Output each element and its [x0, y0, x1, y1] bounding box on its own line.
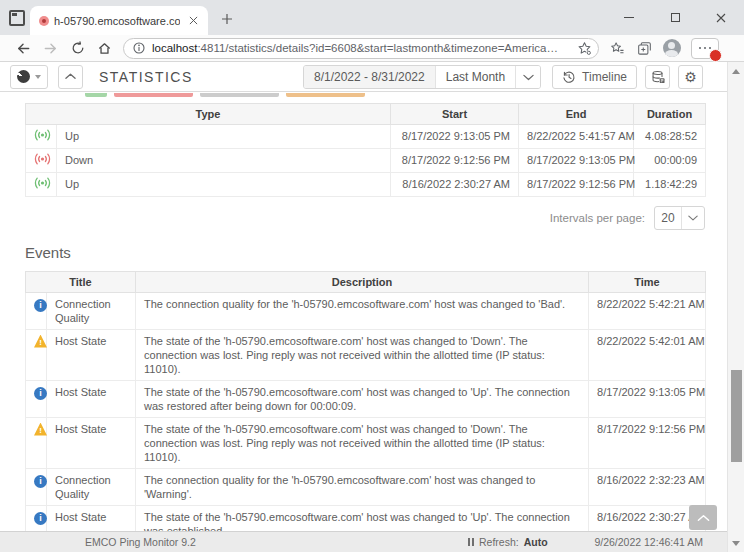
period-select[interactable]: Last Month — [435, 66, 515, 88]
collections-icon[interactable] — [631, 36, 658, 60]
col-start: Start — [391, 104, 519, 125]
interval-row[interactable]: Up 8/17/2022 9:13:05 PM 8/22/2022 5:41:5… — [26, 125, 706, 149]
address-bar[interactable]: localhost:4811/statistics/details?id=660… — [123, 38, 599, 59]
statistics-toolbar: STATISTICS 8/1/2022 - 8/31/2022 Last Mon… — [0, 62, 727, 92]
interval-end: 8/17/2022 9:12:56 PM — [519, 173, 634, 197]
minimize-button[interactable] — [606, 0, 652, 35]
browser-navbar: localhost:4811/statistics/details?id=660… — [0, 35, 744, 62]
summary-strips — [0, 92, 727, 97]
timeline-button[interactable]: Timeline — [552, 65, 637, 89]
intervals-per-page-select[interactable]: 20 — [654, 206, 705, 230]
statistics-content: Type Start End Duration Up 8/17/2022 9:1… — [0, 92, 727, 531]
intervals-table: Type Start End Duration Up 8/17/2022 9:1… — [25, 103, 706, 197]
event-title: Host State — [47, 330, 136, 381]
intervals-per-page-label: Intervals per page: — [550, 212, 645, 224]
tab-close-icon[interactable] — [185, 13, 201, 29]
home-button[interactable] — [91, 36, 118, 60]
status-timestamp: 9/26/2022 12:46:41 AM — [594, 536, 703, 548]
forward-button[interactable] — [37, 36, 64, 60]
chevron-down-icon — [682, 215, 704, 221]
events-table: Title Description Time Connection Qualit… — [25, 271, 706, 531]
summary-strip-down — [114, 93, 193, 97]
navbar-actions — [604, 36, 719, 60]
event-row[interactable]: Connection Quality The connection qualit… — [26, 293, 706, 330]
summary-strip-warning — [286, 93, 365, 97]
date-range-value[interactable]: 8/1/2022 - 8/31/2022 — [304, 66, 435, 88]
intervals-pagination: Intervals per page: 20 — [25, 206, 705, 230]
events-header-row: Title Description Time — [26, 272, 706, 293]
scrollbar-down-arrow[interactable] — [728, 536, 744, 550]
event-row[interactable]: Host State The state of the 'h-05790.emc… — [26, 381, 706, 418]
event-title: Connection Quality — [47, 469, 136, 506]
interval-row[interactable]: Down 8/17/2022 9:12:56 PM 8/17/2022 9:13… — [26, 149, 706, 173]
gear-icon: ⚙ — [684, 70, 697, 84]
more-menu-button[interactable] — [691, 38, 719, 59]
event-description: The connection quality for the 'h-05790.… — [136, 469, 589, 506]
notification-badge — [709, 49, 722, 62]
event-description: The state of the 'h-05790.emcosoftware.c… — [136, 381, 589, 418]
event-time: 8/16/2022 2:32:23 AM — [589, 469, 706, 506]
caret-down-icon — [35, 75, 41, 79]
url-path: :4811/statistics/details?id=6608&start=l… — [197, 42, 558, 54]
signal-icon — [34, 153, 51, 168]
event-row[interactable]: Host State The state of the 'h-05790.emc… — [26, 506, 706, 532]
event-time: 8/16/2022 2:30:27 AM — [589, 506, 706, 532]
col-type: Type — [26, 104, 391, 125]
event-time: 8/22/2022 5:42:21 AM — [589, 293, 706, 330]
refresh-button[interactable] — [64, 36, 91, 60]
warning-icon — [34, 335, 47, 348]
maximize-button[interactable] — [652, 0, 698, 35]
refresh-value: Auto — [524, 536, 548, 548]
event-title: Host State — [47, 381, 136, 418]
status-bar: EMCO Ping Monitor 9.2 Refresh: Auto 9/26… — [0, 531, 727, 552]
tab-title: h-05790.emcosoftware.com - Sta — [54, 15, 180, 27]
interval-duration: 1.18:42:29 — [634, 173, 706, 197]
new-tab-button[interactable] — [219, 11, 235, 27]
event-row[interactable]: Host State The state of the 'h-05790.emc… — [26, 330, 706, 381]
interval-type: Up — [57, 173, 391, 197]
close-button[interactable] — [698, 0, 744, 35]
browser-tab[interactable]: h-05790.emcosoftware.com - Sta — [30, 6, 208, 35]
window-controls — [606, 0, 744, 35]
scrollbar-thumb[interactable] — [731, 370, 742, 462]
info-icon — [34, 299, 47, 312]
page-title: STATISTICS — [99, 69, 193, 85]
col-duration: Duration — [634, 104, 706, 125]
interval-duration: 00:00:09 — [634, 149, 706, 173]
scroll-to-top-button[interactable] — [689, 505, 717, 530]
collapse-button[interactable] — [58, 65, 83, 89]
event-description: The state of the 'h-05790.emcosoftware.c… — [136, 506, 589, 532]
favorites-icon[interactable] — [604, 36, 631, 60]
info-icon — [34, 475, 47, 488]
col-time: Time — [589, 272, 706, 293]
settings-button[interactable]: ⚙ — [678, 65, 703, 89]
site-info-icon[interactable] — [133, 42, 145, 54]
refresh-control[interactable]: Refresh: Auto — [468, 536, 548, 548]
interval-row[interactable]: Up 8/16/2022 2:30:27 AM 8/17/2022 9:12:5… — [26, 173, 706, 197]
event-description: The connection quality for the 'h-05790.… — [136, 293, 589, 330]
event-row[interactable]: Connection Quality The connection qualit… — [26, 469, 706, 506]
export-report-button[interactable] — [645, 65, 670, 89]
back-button[interactable] — [10, 36, 37, 60]
app-window-icon — [9, 10, 25, 26]
profile-avatar[interactable] — [658, 36, 685, 60]
event-title: Host State — [47, 418, 136, 469]
scrollbar-up-arrow[interactable] — [728, 64, 744, 78]
interval-end: 8/22/2022 5:41:57 AM — [519, 125, 634, 149]
signal-icon — [34, 129, 51, 144]
info-icon — [34, 512, 47, 525]
chart-view-button[interactable] — [10, 65, 48, 89]
intervals-header-row: Type Start End Duration — [26, 104, 706, 125]
url-text: localhost:4811/statistics/details?id=660… — [152, 42, 573, 54]
period-select-value: Last Month — [446, 70, 505, 84]
summary-strip-up — [85, 93, 107, 97]
pause-icon[interactable] — [468, 538, 474, 546]
per-page-value: 20 — [655, 211, 681, 225]
event-row[interactable]: Host State The state of the 'h-05790.emc… — [26, 418, 706, 469]
vertical-scrollbar[interactable] — [727, 62, 744, 552]
add-favorites-icon[interactable] — [577, 41, 592, 56]
interval-type: Up — [57, 125, 391, 149]
chevron-down-icon[interactable] — [515, 66, 540, 88]
signal-icon — [34, 177, 51, 192]
events-heading: Events — [25, 244, 727, 261]
